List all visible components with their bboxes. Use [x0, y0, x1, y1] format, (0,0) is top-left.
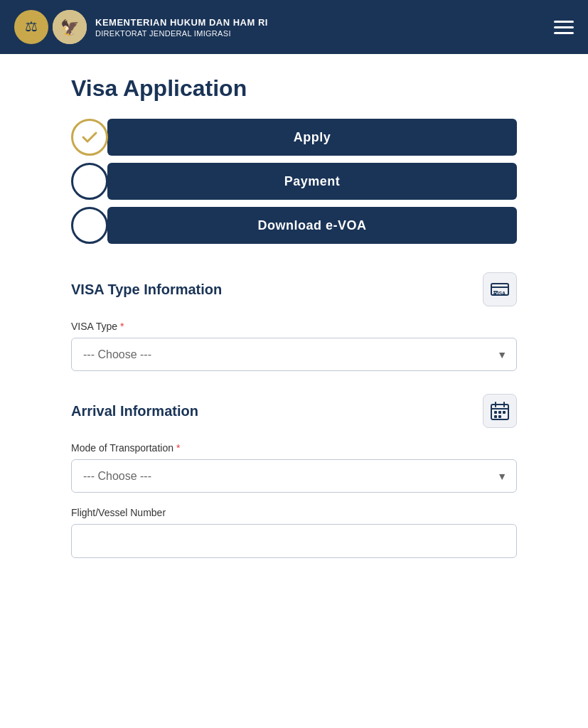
flight-vessel-field: Flight/Vessel Number: [71, 507, 517, 558]
imigrasi-svg: 🦅: [53, 10, 87, 44]
visa-type-required: *: [120, 321, 124, 332]
hamburger-line-2: [554, 26, 574, 28]
header-title-line2: DIREKTORAT JENDERAL IMIGRASI: [95, 29, 268, 38]
transport-mode-select-wrapper: --- Choose --- ▼: [71, 459, 517, 493]
visa-type-label: VISA Type *: [71, 321, 517, 332]
svg-text:VISA: VISA: [494, 291, 506, 296]
svg-rect-13: [494, 411, 497, 414]
header-left: ⚖ 🦅 KEMENTERIAN HUKUM DAN HAM RI DIREKTO…: [14, 10, 268, 44]
step-apply-bar[interactable]: Apply: [107, 119, 517, 156]
phone-container: ⚖ 🦅 KEMENTERIAN HUKUM DAN HAM RI DIREKTO…: [0, 0, 588, 728]
flight-vessel-label: Flight/Vessel Number: [71, 507, 517, 518]
page-title: Visa Application: [71, 75, 517, 102]
header-logos: ⚖ 🦅: [14, 10, 87, 44]
transport-mode-label: Mode of Transportation *: [71, 442, 517, 454]
header-title-line1: KEMENTERIAN HUKUM DAN HAM RI: [95, 17, 268, 28]
visa-card-icon: VISA: [490, 279, 510, 299]
step-apply-label: Apply: [294, 130, 331, 145]
transport-mode-select[interactable]: --- Choose ---: [71, 459, 517, 493]
step-download-circle: [71, 207, 108, 244]
svg-rect-15: [503, 411, 506, 414]
visa-type-section: VISA Type Information VISA VISA Type *: [71, 272, 517, 371]
svg-rect-16: [494, 415, 497, 418]
visa-type-section-header: VISA Type Information VISA: [71, 272, 517, 306]
svg-text:⚖: ⚖: [25, 18, 38, 34]
step-payment-bar[interactable]: Payment: [107, 163, 517, 200]
garuda-svg: ⚖: [18, 14, 44, 40]
visa-type-icon-box: VISA: [483, 272, 517, 306]
transport-mode-field: Mode of Transportation * --- Choose --- …: [71, 442, 517, 493]
header-text: KEMENTERIAN HUKUM DAN HAM RI DIREKTORAT …: [95, 17, 268, 38]
step-download-bar[interactable]: Download e-VOA: [107, 207, 517, 244]
step-payment-circle: [71, 163, 108, 200]
svg-rect-14: [498, 411, 501, 414]
svg-text:🦅: 🦅: [60, 18, 80, 37]
svg-rect-17: [498, 415, 501, 418]
calendar-icon: [490, 401, 510, 421]
step-apply: Apply: [71, 119, 517, 156]
visa-type-section-title: VISA Type Information: [71, 282, 222, 298]
step-apply-circle: [71, 119, 108, 156]
hamburger-line-3: [554, 32, 574, 34]
step-download: Download e-VOA: [71, 207, 517, 244]
step-payment-label: Payment: [284, 174, 341, 189]
flight-vessel-input[interactable]: [71, 524, 517, 558]
visa-type-select-wrapper: --- Choose --- ▼: [71, 338, 517, 371]
hamburger-line-1: [554, 21, 574, 23]
step-payment: Payment: [71, 163, 517, 200]
steps-container: Apply Payment Download e-VOA: [71, 119, 517, 244]
transport-mode-required: *: [176, 442, 180, 454]
hamburger-menu-button[interactable]: [554, 21, 574, 34]
header: ⚖ 🦅 KEMENTERIAN HUKUM DAN HAM RI DIREKTO…: [0, 0, 588, 54]
arrival-info-section-title: Arrival Information: [71, 403, 198, 419]
arrival-info-section: Arrival Information: [71, 394, 517, 558]
arrival-info-section-header: Arrival Information: [71, 394, 517, 428]
arrival-info-icon-box: [483, 394, 517, 428]
logo-garuda: ⚖: [14, 10, 48, 44]
checkmark-icon: [80, 128, 99, 146]
step-download-label: Download e-VOA: [257, 218, 366, 233]
main-content: Visa Application Apply Payment: [0, 54, 588, 609]
visa-type-select[interactable]: --- Choose ---: [71, 338, 517, 371]
logo-imigrasi: 🦅: [53, 10, 87, 44]
visa-type-field: VISA Type * --- Choose --- ▼: [71, 321, 517, 371]
